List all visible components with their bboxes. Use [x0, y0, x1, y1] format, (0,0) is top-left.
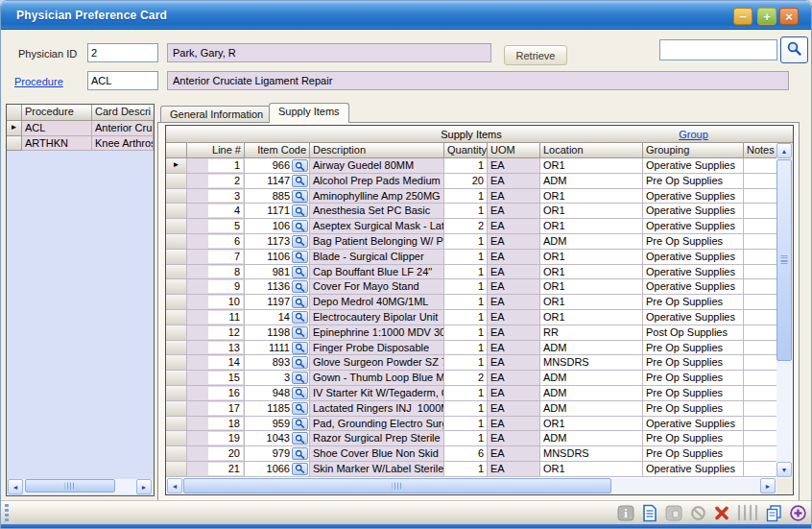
item-lookup-button[interactable]	[292, 204, 308, 217]
supply-row[interactable]: 61173Bag Patient Belonging W/ Plastic1EA…	[166, 234, 776, 250]
line-number-cell[interactable]: 4	[187, 204, 245, 219]
description-cell[interactable]: Cap Bouffant Blue LF 24"	[310, 265, 444, 280]
row-selector[interactable]	[166, 446, 187, 462]
item-lookup-button[interactable]	[292, 447, 308, 460]
line-number-cell[interactable]: 17	[187, 401, 245, 417]
line-number-cell[interactable]: 18	[187, 417, 245, 432]
notes-document-icon[interactable]	[640, 503, 659, 522]
line-number-cell[interactable]: 14	[187, 355, 245, 371]
item-code-cell[interactable]: 893	[245, 355, 310, 371]
notes-cell[interactable]	[744, 174, 776, 189]
location-cell[interactable]: OR1	[540, 295, 643, 310]
supply-row[interactable]: 171185Lactated Ringers INJ 1000ML1EAADMP…	[166, 401, 776, 417]
tab-supply-items[interactable]: Supply Items	[269, 103, 349, 123]
notes-cell[interactable]	[744, 219, 776, 234]
line-number-cell[interactable]: 5	[187, 219, 245, 234]
grouping-cell[interactable]: Operative Supplies	[643, 158, 744, 174]
uom-cell[interactable]: EA	[488, 295, 540, 310]
description-cell[interactable]: Cover For Mayo Stand	[310, 279, 444, 295]
item-code-cell[interactable]: 885	[245, 189, 310, 204]
group-link[interactable]: Group	[643, 129, 744, 140]
notes-cell[interactable]	[744, 189, 776, 204]
info-icon[interactable]: i	[616, 503, 635, 522]
row-selector[interactable]: ►	[7, 121, 22, 136]
description-cell[interactable]: Razor Surgical Prep Sterile	[310, 431, 444, 446]
line-number-cell[interactable]: 21	[187, 462, 245, 477]
supply-row[interactable]: 1114Electrocautery Bipolar Unit1EAOR1Ope…	[166, 310, 776, 325]
row-selector[interactable]	[166, 265, 187, 280]
notes-cell[interactable]	[744, 310, 776, 325]
item-lookup-button[interactable]	[292, 159, 308, 172]
item-lookup-button[interactable]	[292, 280, 308, 293]
scroll-right-arrow-icon[interactable]: ►	[136, 479, 152, 494]
uom-cell[interactable]: EA	[488, 325, 540, 341]
physician-id-input[interactable]	[87, 43, 158, 62]
description-cell[interactable]: Anesthesia Set PC Basic	[310, 204, 444, 219]
supply-vscrollbar[interactable]: ▲ ▼	[776, 143, 793, 477]
procedure-cell[interactable]: ARTHKN	[22, 136, 92, 152]
column-header-line[interactable]: Line #	[187, 143, 245, 158]
search-input[interactable]	[659, 39, 777, 60]
quantity-cell[interactable]: 1	[444, 189, 488, 204]
item-code-cell[interactable]: 1136	[245, 279, 310, 295]
description-cell[interactable]: Blade - Surgical Clipper	[310, 250, 444, 265]
column-header-location[interactable]: Location	[540, 143, 643, 158]
scroll-left-arrow-icon[interactable]: ◄	[167, 478, 182, 493]
notes-cell[interactable]	[744, 295, 776, 310]
retrieve-button[interactable]: Retrieve	[504, 45, 567, 65]
row-selector[interactable]	[166, 341, 187, 356]
item-code-cell[interactable]: 1066	[245, 462, 310, 477]
supply-row[interactable]: 121198Epinephrine 1:1000 MDV 30ML1EARRPo…	[166, 325, 776, 341]
item-lookup-button[interactable]	[292, 311, 308, 324]
item-lookup-button[interactable]	[292, 418, 308, 430]
uom-cell[interactable]: EA	[488, 386, 540, 401]
description-cell[interactable]: Skin Marker W/Label Sterile Utilit	[310, 462, 444, 477]
add-window-button[interactable]: +	[757, 8, 776, 25]
quantity-cell[interactable]: 1	[444, 401, 488, 417]
item-lookup-button[interactable]	[292, 387, 308, 399]
location-cell[interactable]: OR1	[540, 189, 643, 204]
item-lookup-button[interactable]	[292, 432, 308, 445]
item-lookup-button[interactable]	[292, 266, 308, 278]
row-selector[interactable]	[166, 295, 187, 310]
grouping-cell[interactable]: Operative Supplies	[643, 265, 744, 280]
notes-cell[interactable]	[744, 355, 776, 371]
quantity-cell[interactable]: 1	[444, 462, 488, 477]
grouping-cell[interactable]: Pre Op Supplies	[643, 355, 744, 371]
supply-row[interactable]: 21147Alcohol Prep Pads Medium20EAADMPre …	[166, 174, 776, 189]
row-selector[interactable]	[166, 386, 187, 401]
line-number-cell[interactable]: 13	[187, 341, 245, 356]
notes-cell[interactable]	[744, 158, 776, 174]
description-cell[interactable]: Electrocautery Bipolar Unit	[310, 310, 444, 325]
quantity-cell[interactable]: 1	[444, 386, 488, 401]
location-cell[interactable]: ADM	[540, 431, 643, 446]
notes-cell[interactable]	[744, 431, 776, 446]
quantity-cell[interactable]: 1	[444, 431, 488, 446]
procedure-row[interactable]: ARTHKNKnee Arthros	[7, 136, 154, 152]
quantity-cell[interactable]: 1	[444, 295, 488, 310]
quantity-cell[interactable]: 1	[444, 279, 488, 295]
location-cell[interactable]: OR1	[540, 204, 643, 219]
scroll-right-arrow-icon[interactable]: ►	[760, 478, 776, 493]
item-code-cell[interactable]: 3	[245, 371, 310, 386]
item-code-cell[interactable]: 966	[245, 158, 310, 174]
delete-x-icon[interactable]	[712, 503, 731, 522]
grouping-cell[interactable]: Operative Supplies	[643, 417, 744, 432]
description-cell[interactable]: Lactated Ringers INJ 1000ML	[310, 401, 444, 417]
uom-cell[interactable]: EA	[488, 417, 540, 432]
uom-cell[interactable]: EA	[488, 355, 540, 371]
item-lookup-button[interactable]	[292, 326, 308, 339]
item-code-cell[interactable]: 959	[245, 417, 310, 432]
item-lookup-button[interactable]	[292, 235, 308, 248]
location-cell[interactable]: MNSDRS	[540, 446, 643, 462]
line-number-cell[interactable]: 15	[187, 371, 245, 386]
item-code-cell[interactable]: 1173	[245, 234, 310, 250]
scrollbar-thumb[interactable]	[776, 159, 792, 361]
procedures-hscrollbar[interactable]: ◄ ►	[8, 479, 153, 494]
quantity-cell[interactable]: 1	[444, 341, 488, 356]
location-cell[interactable]: ADM	[540, 371, 643, 386]
column-header-uom[interactable]: UOM	[488, 143, 540, 158]
grouping-cell[interactable]: Pre Op Supplies	[643, 371, 744, 386]
uom-cell[interactable]: EA	[488, 310, 540, 325]
item-code-cell[interactable]: 1171	[245, 204, 310, 219]
